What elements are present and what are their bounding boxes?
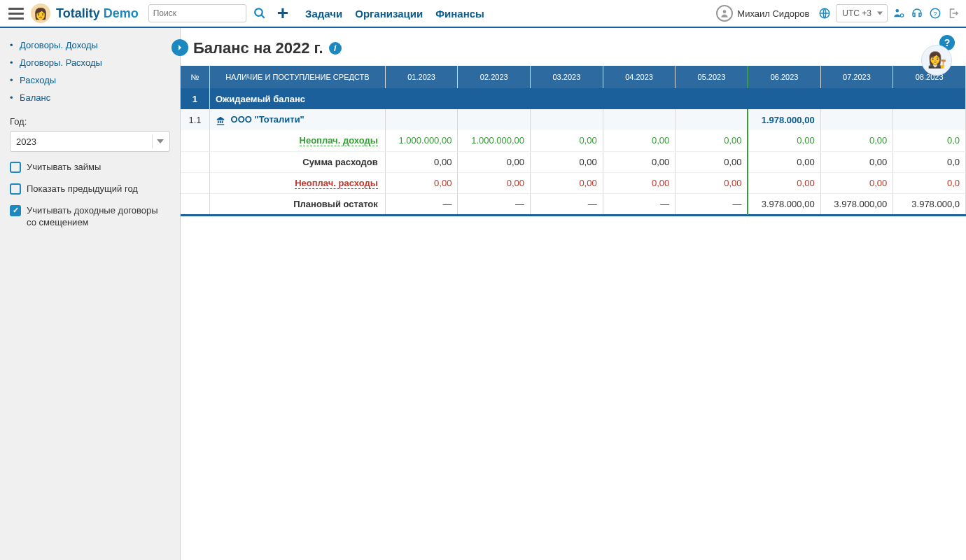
logout-icon[interactable] — [946, 6, 960, 20]
col-month[interactable]: 06.2023 — [748, 66, 820, 88]
main-nav: Задачи Организации Финансы — [305, 8, 484, 20]
bank-icon — [216, 115, 225, 125]
assistant-avatar-icon[interactable]: 👩‍⚖️ — [921, 45, 952, 76]
nav-finance[interactable]: Финансы — [435, 8, 484, 20]
checkbox-icon — [10, 162, 21, 173]
help-icon[interactable]: ? — [928, 6, 942, 20]
svg-point-5 — [900, 14, 904, 18]
checkbox-shifted-contracts[interactable]: Учитывать доходные договоры со смещением — [10, 205, 170, 229]
sidebar: Договоры. Доходы Договоры. Расходы Расхо… — [0, 28, 181, 560]
sidebar-collapse-button[interactable] — [172, 39, 188, 56]
search-icon[interactable] — [251, 4, 269, 22]
balance-table: № НАЛИЧИЕ И ПОСТУПЛЕНИЕ СРЕДСТВ 01.2023 … — [181, 66, 966, 216]
col-label: НАЛИЧИЕ И ПОСТУПЛЕНИЕ СРЕДСТВ — [209, 66, 385, 88]
nav-orgs[interactable]: Организации — [355, 8, 423, 20]
checkbox-prev-year[interactable]: Показать предыдущий год — [10, 183, 170, 195]
support-icon[interactable] — [910, 6, 924, 20]
add-button[interactable]: + — [273, 2, 293, 24]
svg-line-1 — [261, 15, 265, 18]
col-month[interactable]: 02.2023 — [458, 66, 531, 88]
user-name: Михаил Сидоров — [737, 8, 809, 19]
user-menu[interactable]: Михаил Сидоров — [716, 5, 809, 22]
svg-text:?: ? — [933, 10, 937, 18]
year-select[interactable]: 2023 — [10, 131, 170, 152]
table-row: Неоплач. расходы0,000,000,000,000,000,00… — [181, 172, 966, 193]
table-row: Плановый остаток—————3.978.000,003.978.0… — [181, 193, 966, 214]
checkbox-icon — [10, 205, 21, 216]
col-month[interactable]: 07.2023 — [820, 66, 893, 88]
year-label: Год: — [10, 116, 170, 127]
checkbox-icon — [10, 183, 21, 195]
org-row[interactable]: 1.1 ООО "Тоталити"1.978.000,00 — [181, 109, 966, 130]
sidebar-item-contracts-expense[interactable]: Договоры. Расходы — [10, 54, 170, 71]
user-avatar-icon — [716, 5, 733, 22]
app-logo[interactable]: Totality Demo — [56, 6, 139, 21]
timezone-select[interactable]: UTC +3 — [836, 4, 888, 22]
page-title: Баланс на 2022 г. i — [181, 28, 966, 66]
main-content: ? 👩‍⚖️ Баланс на 2022 г. i № НАЛИЧИЕ И П… — [181, 28, 966, 560]
info-icon[interactable]: i — [329, 42, 342, 55]
help-float: ? 👩‍⚖️ — [916, 35, 955, 74]
col-month[interactable]: 01.2023 — [385, 66, 458, 88]
globe-icon[interactable] — [818, 6, 832, 20]
table-row: Неоплач. доходы1.000.000,001.000.000,000… — [181, 130, 966, 151]
table-header-row: № НАЛИЧИЕ И ПОСТУПЛЕНИЕ СРЕДСТВ 01.2023 … — [181, 66, 966, 88]
table-row: Сумма расходов0,000,000,000,000,000,000,… — [181, 151, 966, 172]
svg-point-2 — [723, 10, 727, 13]
nav-tasks[interactable]: Задачи — [305, 8, 342, 20]
app-avatar-icon: 👩 — [31, 4, 50, 23]
col-month[interactable]: 03.2023 — [531, 66, 603, 88]
checkbox-loans[interactable]: Учитывать займы — [10, 162, 170, 174]
section-row: 1Ожидаемый баланс — [181, 88, 966, 109]
sidebar-item-balance[interactable]: Баланс — [10, 89, 170, 106]
col-month[interactable]: 05.2023 — [676, 66, 748, 88]
app-header: 👩 Totality Demo + Задачи Организации Фин… — [0, 0, 966, 28]
sidebar-item-expenses[interactable]: Расходы — [10, 71, 170, 89]
menu-toggle-button[interactable] — [6, 5, 27, 22]
svg-point-0 — [255, 8, 262, 16]
svg-point-4 — [896, 9, 899, 13]
col-month[interactable]: 04.2023 — [603, 66, 676, 88]
col-num: № — [181, 66, 209, 88]
search-input[interactable] — [148, 4, 246, 22]
sidebar-item-contracts-income[interactable]: Договоры. Доходы — [10, 36, 170, 54]
user-settings-icon[interactable] — [892, 6, 906, 20]
sidebar-nav: Договоры. Доходы Договоры. Расходы Расхо… — [10, 36, 170, 106]
